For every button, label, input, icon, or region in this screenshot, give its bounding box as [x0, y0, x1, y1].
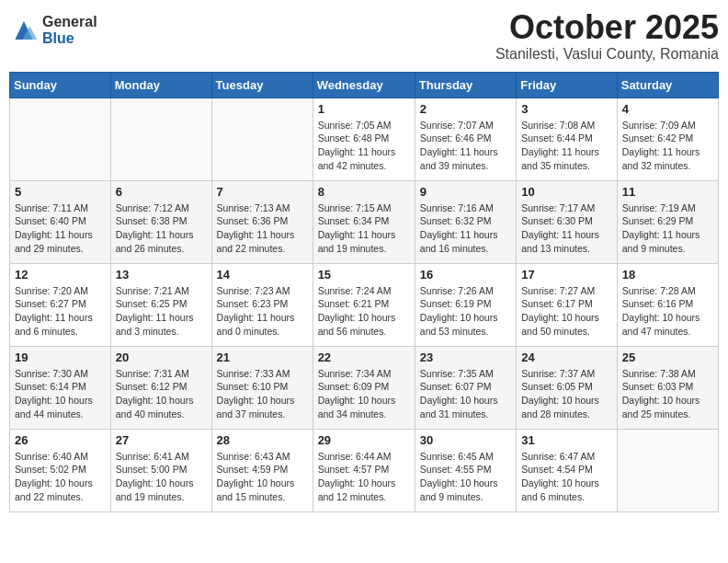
location-text: Stanilesti, Vaslui County, Romania [495, 46, 719, 63]
calendar-cell: 22Sunrise: 7:34 AM Sunset: 6:09 PM Dayli… [313, 346, 415, 429]
calendar-cell: 31Sunrise: 6:47 AM Sunset: 4:54 PM Dayli… [517, 429, 618, 511]
weekday-header-tuesday: Tuesday [211, 72, 313, 98]
day-number: 20 [116, 350, 207, 364]
calendar-cell: 21Sunrise: 7:33 AM Sunset: 6:10 PM Dayli… [211, 346, 313, 429]
day-number: 9 [420, 185, 511, 199]
calendar-cell: 20Sunrise: 7:31 AM Sunset: 6:12 PM Dayli… [110, 346, 211, 429]
day-info: Sunrise: 7:33 AM Sunset: 6:10 PM Dayligh… [217, 367, 308, 421]
calendar-cell: 25Sunrise: 7:38 AM Sunset: 6:03 PM Dayli… [617, 346, 718, 429]
calendar-cell: 15Sunrise: 7:24 AM Sunset: 6:21 PM Dayli… [313, 263, 415, 346]
calendar-cell: 7Sunrise: 7:13 AM Sunset: 6:36 PM Daylig… [211, 180, 313, 263]
day-number: 13 [116, 268, 207, 282]
day-info: Sunrise: 6:43 AM Sunset: 4:59 PM Dayligh… [217, 450, 308, 504]
day-number: 23 [420, 350, 511, 364]
day-info: Sunrise: 7:11 AM Sunset: 6:40 PM Dayligh… [15, 201, 106, 256]
day-info: Sunrise: 7:27 AM Sunset: 6:17 PM Dayligh… [521, 284, 612, 339]
logo-text: General Blue [42, 14, 97, 46]
day-info: Sunrise: 7:28 AM Sunset: 6:16 PM Dayligh… [622, 284, 713, 339]
calendar-cell: 16Sunrise: 7:26 AM Sunset: 6:19 PM Dayli… [415, 263, 516, 346]
day-number: 21 [217, 350, 308, 364]
weekday-header-friday: Friday [517, 72, 618, 98]
calendar-cell: 5Sunrise: 7:11 AM Sunset: 6:40 PM Daylig… [10, 180, 111, 263]
calendar-cell: 24Sunrise: 7:37 AM Sunset: 6:05 PM Dayli… [517, 346, 618, 429]
calendar-cell [110, 98, 211, 180]
day-info: Sunrise: 7:26 AM Sunset: 6:19 PM Dayligh… [420, 284, 511, 339]
calendar-cell [617, 429, 718, 511]
calendar-cell: 9Sunrise: 7:16 AM Sunset: 6:32 PM Daylig… [415, 180, 516, 263]
day-number: 1 [318, 102, 410, 116]
day-number: 2 [420, 102, 511, 116]
calendar-cell: 10Sunrise: 7:17 AM Sunset: 6:30 PM Dayli… [517, 180, 618, 263]
day-number: 24 [521, 350, 612, 364]
day-number: 5 [15, 185, 106, 199]
weekday-header-saturday: Saturday [617, 72, 718, 98]
day-number: 11 [622, 185, 713, 199]
calendar-week-5: 26Sunrise: 6:40 AM Sunset: 5:02 PM Dayli… [10, 429, 719, 511]
calendar-cell: 6Sunrise: 7:12 AM Sunset: 6:38 PM Daylig… [110, 180, 211, 263]
logo: General Blue [9, 14, 97, 46]
calendar-cell: 26Sunrise: 6:40 AM Sunset: 5:02 PM Dayli… [10, 429, 111, 511]
calendar-cell: 2Sunrise: 7:07 AM Sunset: 6:46 PM Daylig… [415, 98, 516, 180]
day-number: 15 [318, 268, 410, 282]
logo-general-text: General [42, 14, 97, 30]
day-info: Sunrise: 7:13 AM Sunset: 6:36 PM Dayligh… [217, 201, 308, 256]
month-title: October 2025 [495, 9, 719, 46]
day-info: Sunrise: 7:19 AM Sunset: 6:29 PM Dayligh… [622, 201, 713, 256]
day-info: Sunrise: 7:34 AM Sunset: 6:09 PM Dayligh… [318, 367, 410, 421]
day-number: 10 [521, 185, 612, 199]
calendar-cell: 19Sunrise: 7:30 AM Sunset: 6:14 PM Dayli… [10, 346, 111, 429]
day-info: Sunrise: 7:31 AM Sunset: 6:12 PM Dayligh… [116, 367, 207, 421]
day-info: Sunrise: 7:24 AM Sunset: 6:21 PM Dayligh… [318, 284, 410, 339]
day-number: 30 [420, 433, 511, 447]
title-area: October 2025 Stanilesti, Vaslui County, … [495, 9, 719, 63]
calendar-cell: 1Sunrise: 7:05 AM Sunset: 6:48 PM Daylig… [313, 98, 415, 180]
day-info: Sunrise: 6:44 AM Sunset: 4:57 PM Dayligh… [318, 450, 410, 504]
day-info: Sunrise: 7:17 AM Sunset: 6:30 PM Dayligh… [521, 201, 612, 256]
day-number: 29 [318, 433, 410, 447]
day-info: Sunrise: 7:20 AM Sunset: 6:27 PM Dayligh… [15, 284, 106, 339]
day-info: Sunrise: 7:08 AM Sunset: 6:44 PM Dayligh… [521, 119, 612, 173]
day-number: 4 [622, 102, 713, 116]
weekday-header-monday: Monday [110, 72, 211, 98]
day-number: 18 [622, 268, 713, 282]
day-info: Sunrise: 7:35 AM Sunset: 6:07 PM Dayligh… [420, 367, 511, 421]
calendar-week-4: 19Sunrise: 7:30 AM Sunset: 6:14 PM Dayli… [10, 346, 719, 429]
day-info: Sunrise: 7:30 AM Sunset: 6:14 PM Dayligh… [15, 367, 106, 421]
calendar-cell: 4Sunrise: 7:09 AM Sunset: 6:42 PM Daylig… [617, 98, 718, 180]
day-number: 17 [521, 268, 612, 282]
day-info: Sunrise: 7:16 AM Sunset: 6:32 PM Dayligh… [420, 201, 511, 256]
day-info: Sunrise: 7:09 AM Sunset: 6:42 PM Dayligh… [622, 119, 713, 173]
weekday-header-sunday: Sunday [10, 72, 111, 98]
day-number: 31 [521, 433, 612, 447]
calendar-body: 1Sunrise: 7:05 AM Sunset: 6:48 PM Daylig… [10, 98, 719, 511]
calendar-cell [211, 98, 313, 180]
calendar-cell: 30Sunrise: 6:45 AM Sunset: 4:55 PM Dayli… [415, 429, 516, 511]
calendar-week-1: 1Sunrise: 7:05 AM Sunset: 6:48 PM Daylig… [10, 98, 719, 180]
day-number: 22 [318, 350, 410, 364]
day-number: 19 [15, 350, 106, 364]
calendar-cell: 14Sunrise: 7:23 AM Sunset: 6:23 PM Dayli… [211, 263, 313, 346]
calendar-cell: 17Sunrise: 7:27 AM Sunset: 6:17 PM Dayli… [517, 263, 618, 346]
day-number: 26 [15, 433, 106, 447]
day-number: 7 [217, 185, 308, 199]
logo-icon [9, 17, 39, 43]
day-info: Sunrise: 7:37 AM Sunset: 6:05 PM Dayligh… [521, 367, 612, 421]
calendar-week-3: 12Sunrise: 7:20 AM Sunset: 6:27 PM Dayli… [10, 263, 719, 346]
day-info: Sunrise: 6:47 AM Sunset: 4:54 PM Dayligh… [521, 450, 612, 504]
calendar-cell [10, 98, 111, 180]
day-info: Sunrise: 6:41 AM Sunset: 5:00 PM Dayligh… [116, 450, 207, 504]
calendar-cell: 23Sunrise: 7:35 AM Sunset: 6:07 PM Dayli… [415, 346, 516, 429]
weekday-header-thursday: Thursday [415, 72, 516, 98]
logo-blue-text: Blue [42, 30, 97, 47]
calendar-cell: 27Sunrise: 6:41 AM Sunset: 5:00 PM Dayli… [110, 429, 211, 511]
day-info: Sunrise: 7:05 AM Sunset: 6:48 PM Dayligh… [318, 119, 410, 173]
calendar-cell: 12Sunrise: 7:20 AM Sunset: 6:27 PM Dayli… [10, 263, 111, 346]
day-number: 27 [116, 433, 207, 447]
day-number: 6 [116, 185, 207, 199]
day-number: 28 [217, 433, 308, 447]
day-info: Sunrise: 6:40 AM Sunset: 5:02 PM Dayligh… [15, 450, 106, 504]
day-info: Sunrise: 7:21 AM Sunset: 6:25 PM Dayligh… [116, 284, 207, 339]
page-header: General Blue October 2025 Stanilesti, Va… [9, 9, 719, 63]
calendar-table: SundayMondayTuesdayWednesdayThursdayFrid… [9, 72, 719, 512]
day-info: Sunrise: 7:15 AM Sunset: 6:34 PM Dayligh… [318, 201, 410, 256]
